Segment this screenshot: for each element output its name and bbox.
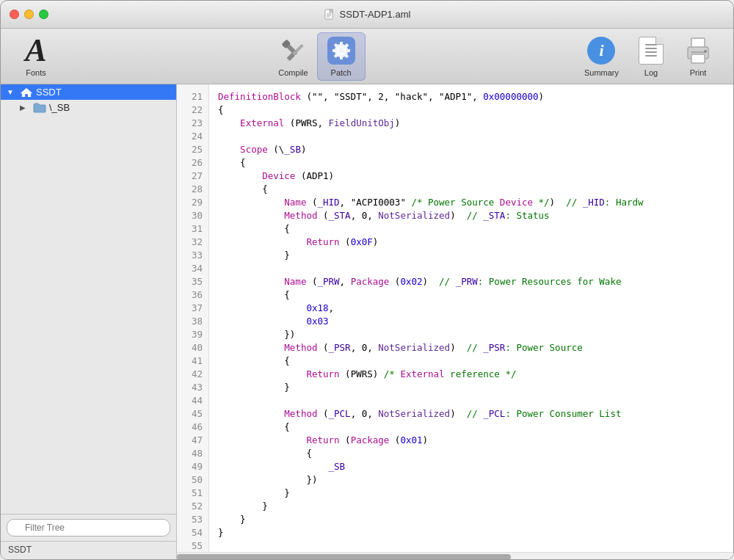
summary-label: Summary	[584, 68, 619, 77]
home-icon	[20, 87, 33, 98]
print-icon	[683, 36, 713, 65]
filter-wrap: 🔍	[7, 519, 170, 537]
tree-label-ssdt: SSDT	[36, 87, 62, 98]
main-layout: ▼ SSDT ▶ \_SB 🔍	[1, 84, 733, 560]
patch-button[interactable]: Patch	[317, 32, 366, 81]
tree-item-ssdt[interactable]: ▼ SSDT	[1, 84, 176, 100]
toolbar: A Fonts Compile	[1, 29, 733, 84]
summary-icon: i	[586, 36, 616, 65]
maximize-button[interactable]	[39, 10, 48, 19]
fonts-icon: A	[21, 36, 51, 65]
log-button[interactable]: Log	[628, 33, 675, 80]
horizontal-scrollbar[interactable]	[177, 552, 733, 560]
window-title-text: SSDT-ADP1.aml	[340, 9, 411, 20]
tree-item-sb[interactable]: ▶ \_SB	[1, 100, 176, 115]
close-button[interactable]	[10, 10, 19, 19]
tree-label-sb: \_SB	[49, 102, 70, 113]
sidebar-status: SSDT	[1, 541, 176, 560]
sidebar-tree: ▼ SSDT ▶ \_SB	[1, 84, 176, 514]
fonts-label: Fonts	[26, 68, 46, 77]
summary-button[interactable]: i Summary	[575, 33, 628, 80]
patch-label: Patch	[331, 68, 352, 77]
log-icon	[636, 36, 666, 65]
traffic-lights	[10, 10, 48, 19]
titlebar: SSDT-ADP1.aml	[1, 1, 733, 29]
folder-icon	[33, 103, 46, 113]
code-area: 2122232425262728293031323334353637383940…	[177, 84, 733, 560]
minimize-button[interactable]	[24, 10, 34, 19]
sidebar: ▼ SSDT ▶ \_SB 🔍	[1, 84, 177, 560]
window-title: SSDT-ADP1.aml	[324, 9, 411, 21]
svg-rect-1	[330, 10, 333, 12]
chevron-down-icon: ▼	[7, 88, 17, 96]
patch-icon	[327, 36, 356, 65]
code-scroll[interactable]: 2122232425262728293031323334353637383940…	[177, 84, 733, 552]
log-label: Log	[644, 68, 658, 77]
svg-point-13	[704, 50, 707, 53]
compile-icon	[278, 36, 308, 65]
compile-label: Compile	[278, 68, 308, 77]
file-icon	[324, 9, 335, 21]
svg-rect-12	[691, 51, 705, 53]
code-content[interactable]: DefinitionBlock ("", "SSDT", 2, "hack", …	[209, 84, 733, 552]
svg-rect-11	[691, 54, 705, 63]
print-label: Print	[690, 68, 707, 77]
scrollbar-thumb[interactable]	[177, 554, 511, 560]
compile-button[interactable]: Compile	[269, 33, 316, 80]
sidebar-status-label: SSDT	[8, 545, 32, 555]
sidebar-filter: 🔍	[1, 514, 176, 541]
print-button[interactable]: Print	[675, 33, 722, 80]
filter-input[interactable]	[7, 519, 170, 537]
chevron-right-icon: ▶	[20, 103, 30, 112]
line-numbers: 2122232425262728293031323334353637383940…	[177, 84, 209, 552]
fonts-button[interactable]: A Fonts	[12, 33, 59, 80]
